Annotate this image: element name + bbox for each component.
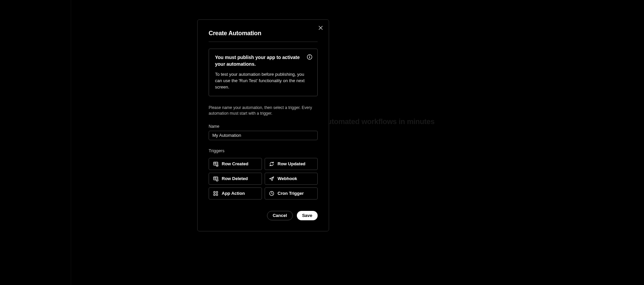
svg-rect-15 xyxy=(214,191,215,193)
table-minus-icon xyxy=(213,176,218,181)
trigger-webhook[interactable]: Webhook xyxy=(265,173,318,185)
trigger-label: Row Created xyxy=(222,161,248,166)
triggers-section-label: Triggers xyxy=(209,148,318,153)
info-icon xyxy=(307,54,312,60)
trigger-label: Row Deleted xyxy=(222,176,248,181)
info-box-body: To test your automation before publishin… xyxy=(215,71,311,91)
paper-plane-icon xyxy=(269,176,274,181)
trigger-row-deleted[interactable]: Row Deleted xyxy=(209,173,262,185)
name-input[interactable] xyxy=(209,131,318,140)
table-plus-icon xyxy=(213,161,218,167)
svg-rect-18 xyxy=(216,194,218,195)
svg-point-1 xyxy=(309,56,310,56)
modal-divider xyxy=(209,42,318,42)
trigger-label: Row Updated xyxy=(278,161,306,166)
clock-icon xyxy=(269,191,274,196)
publish-info-box: You must publish your app to activate yo… xyxy=(209,49,318,96)
trigger-row-updated[interactable]: Row Updated xyxy=(265,158,318,170)
trigger-label: Webhook xyxy=(278,176,297,181)
modal-title: Create Automation xyxy=(209,30,318,37)
trigger-label: App Action xyxy=(222,191,245,196)
save-button[interactable]: Save xyxy=(297,211,318,220)
svg-rect-17 xyxy=(214,194,215,195)
close-icon xyxy=(318,25,323,30)
apps-grid-icon xyxy=(213,191,218,196)
trigger-cron[interactable]: Cron Trigger xyxy=(265,187,318,199)
cancel-button[interactable]: Cancel xyxy=(267,211,293,220)
create-automation-modal: Create Automation You must publish your … xyxy=(197,19,329,231)
refresh-icon xyxy=(269,161,274,167)
svg-rect-2 xyxy=(309,57,310,58)
svg-rect-16 xyxy=(216,191,218,193)
name-field-label: Name xyxy=(209,124,318,129)
trigger-row-created[interactable]: Row Created xyxy=(209,158,262,170)
trigger-label: Cron Trigger xyxy=(278,191,304,196)
info-box-heading: You must publish your app to activate yo… xyxy=(215,54,311,67)
help-text: Please name your automation, then select… xyxy=(209,105,318,117)
trigger-grid: Row Created Row Updated xyxy=(209,158,318,199)
trigger-app-action[interactable]: App Action xyxy=(209,187,262,199)
close-button[interactable] xyxy=(317,24,324,31)
modal-footer: Cancel Save xyxy=(209,211,318,220)
